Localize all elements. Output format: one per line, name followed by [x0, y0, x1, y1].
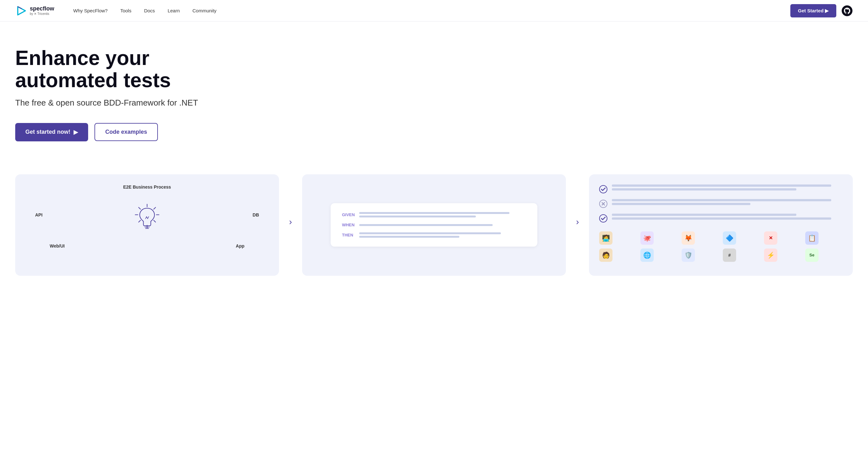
e2e-title: E2E Business Process	[123, 185, 171, 190]
hero-section: Enhance your automated tests The free & …	[0, 22, 868, 174]
result-line	[612, 218, 831, 220]
integration-edge: 🌐	[640, 249, 654, 262]
integration-shield: 🛡️	[682, 249, 695, 262]
github-icon[interactable]	[841, 5, 853, 17]
bdd-then-keyword: THEN	[342, 233, 355, 237]
bdd-given-keyword: GIVEN	[342, 213, 355, 217]
checkmark-circle-icon-2	[599, 214, 608, 223]
bdd-given-line-1	[359, 212, 509, 214]
bdd-when-keyword: WHEN	[342, 223, 355, 227]
integration-selenium: Se	[805, 249, 818, 262]
bulb-icon	[131, 203, 163, 234]
svg-marker-0	[18, 7, 25, 15]
bdd-then-line-1	[359, 232, 501, 234]
cards-section: E2E Business Process	[0, 174, 868, 295]
hero-title: Enhance your automated tests	[15, 47, 207, 92]
result-row-pass-2	[599, 214, 843, 223]
e2e-webui-label: Web/UI	[50, 244, 65, 249]
svg-point-1	[842, 5, 852, 16]
bdd-box: GIVEN WHEN THEN	[331, 203, 538, 247]
integration-livingdoc: 🧑‍💻	[599, 231, 613, 245]
result-row-pass-1	[599, 185, 843, 193]
result-line	[612, 203, 750, 205]
svg-point-13	[599, 186, 607, 193]
result-line	[612, 185, 831, 187]
svg-line-8	[138, 220, 141, 222]
bdd-then-row: THEN	[342, 232, 526, 238]
integration-redgate: ⚡	[764, 249, 777, 262]
code-examples-button[interactable]: Code examples	[94, 123, 158, 141]
nav-tools[interactable]: Tools	[120, 8, 131, 13]
checkmark-circle-icon	[599, 185, 608, 193]
result-line	[612, 214, 796, 216]
e2e-card: E2E Business Process	[15, 174, 279, 276]
result-line	[612, 199, 831, 201]
svg-line-9	[154, 220, 156, 222]
svg-point-17	[599, 215, 607, 222]
get-started-now-button[interactable]: Get started now! ▶	[15, 123, 88, 141]
hero-buttons: Get started now! ▶ Code examples	[15, 123, 207, 141]
integration-reqnroll: 🐙	[640, 231, 654, 245]
nav-docs[interactable]: Docs	[144, 8, 155, 13]
bdd-given-line-2	[359, 216, 476, 218]
bdd-when-row: WHEN	[342, 223, 526, 227]
e2e-db-label: DB	[253, 213, 259, 218]
nav-get-started-button[interactable]: Get Started ▶	[790, 4, 836, 18]
integration-azure-test: 📋	[805, 231, 818, 245]
integrations-grid: 🧑‍💻 🐙 🦊 🔷 ✕ 📋 🧑 🌐 🛡️ # ⚡ Se	[599, 231, 843, 262]
logo-sub-text: by ✕ Tricentis	[30, 12, 54, 15]
result-line	[612, 188, 796, 191]
cross-circle-icon	[599, 200, 608, 208]
bdd-when-line-1	[359, 224, 493, 226]
e2e-app-label: App	[236, 244, 244, 249]
nav-learn[interactable]: Learn	[168, 8, 180, 13]
results-card: 🧑‍💻 🐙 🦊 🔷 ✕ 📋 🧑 🌐 🛡️ # ⚡ Se	[589, 174, 853, 276]
integration-azure-devops: 🔷	[723, 231, 736, 245]
arrow-2: ›	[576, 217, 579, 227]
logo-specflow-text: specflow	[30, 6, 54, 12]
nav-community[interactable]: Community	[192, 8, 217, 13]
specflow-logo-icon	[15, 5, 27, 17]
navbar: specflow by ✕ Tricentis Why SpecFlow? To…	[0, 0, 868, 22]
logo[interactable]: specflow by ✕ Tricentis	[15, 5, 54, 17]
svg-line-6	[138, 207, 141, 209]
integration-specflow-runner: 🧑	[599, 249, 613, 262]
nav-links: Why SpecFlow? Tools Docs Learn Community	[73, 8, 790, 13]
bdd-card: GIVEN WHEN THEN	[302, 174, 566, 276]
hero-subtitle: The free & open source BDD-Framework for…	[15, 98, 207, 108]
nav-right: Get Started ▶	[790, 4, 853, 18]
result-rows	[599, 185, 843, 223]
bdd-then-line-2	[359, 236, 459, 238]
nav-why-specflow[interactable]: Why SpecFlow?	[73, 8, 107, 13]
svg-line-7	[154, 207, 156, 209]
arrow-1: ›	[289, 217, 292, 227]
integration-gitlab: 🦊	[682, 231, 695, 245]
result-row-fail	[599, 199, 843, 208]
e2e-api-label: API	[35, 213, 42, 218]
integration-xunit: ✕	[764, 231, 777, 245]
integration-fakeiteasily: #	[723, 249, 736, 262]
arrow-icon: ▶	[73, 129, 78, 136]
bdd-given-row: GIVEN	[342, 212, 526, 218]
e2e-diagram: E2E Business Process	[25, 185, 269, 254]
